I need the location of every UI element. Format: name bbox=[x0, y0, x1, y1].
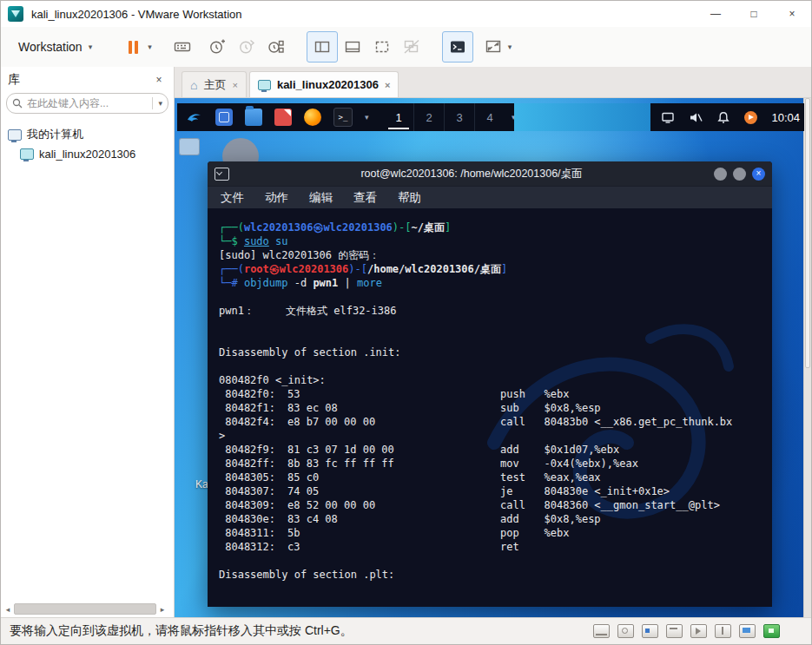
title-bar: kali_linux20201306 - VMware Workstation … bbox=[1, 1, 811, 28]
vm-name-label: kali_linux20201306 bbox=[39, 148, 135, 161]
library-search-input[interactable]: 在此处键入内容... ▾ bbox=[6, 93, 168, 114]
disasm-addr: 80482f9: bbox=[219, 443, 287, 457]
disasm-addr: 80482f0: bbox=[219, 387, 287, 401]
close-button[interactable]: × bbox=[773, 1, 811, 27]
terminal-icon bbox=[215, 168, 229, 181]
suspend-caret[interactable]: ▾ bbox=[148, 43, 152, 51]
terminal-close-button[interactable]: × bbox=[752, 168, 765, 181]
unity-mode-button[interactable] bbox=[397, 32, 426, 62]
fullscreen-caret[interactable]: ▾ bbox=[508, 43, 512, 51]
open-terminal-button[interactable] bbox=[442, 31, 473, 63]
minimize-button[interactable]: — bbox=[696, 1, 735, 27]
disasm-addr: 8048311: bbox=[219, 526, 287, 540]
terminal-app-icon[interactable]: >_ bbox=[333, 108, 353, 127]
desktop-icon[interactable] bbox=[179, 138, 200, 155]
disasm-addr: 80482f4: bbox=[219, 415, 287, 429]
monitor-icon[interactable] bbox=[661, 111, 675, 124]
library-horizontal-scrollbar[interactable]: ◂ ▸ bbox=[3, 603, 167, 615]
maximize-button[interactable]: □ bbox=[735, 1, 773, 27]
search-icon bbox=[12, 98, 23, 109]
terminal-content[interactable]: ┌──(wlc20201306㉿wlc20201306)-[~/桌面] └─$ … bbox=[208, 208, 772, 607]
menu-help[interactable]: 帮助 bbox=[398, 190, 421, 206]
command-text: objdump bbox=[244, 277, 288, 289]
volume-muted-icon[interactable] bbox=[689, 111, 703, 124]
library-panel-toggle[interactable] bbox=[307, 31, 338, 63]
update-indicator-icon[interactable] bbox=[744, 111, 757, 124]
vm-display[interactable]: Ka >_ ▾ 1 2 3 4 ▾ bbox=[175, 98, 804, 617]
terminal-title: root@wlc20201306: /home/wlc20201306/桌面 bbox=[236, 167, 707, 181]
terminal-dropdown-caret[interactable]: ▾ bbox=[365, 114, 369, 122]
command-text: sudo bbox=[244, 235, 269, 247]
library-close-button[interactable]: × bbox=[151, 74, 167, 86]
disasm-bytes: 81 c3 07 1d 00 00 bbox=[287, 443, 500, 457]
terminal-maximize-button[interactable] bbox=[733, 168, 746, 181]
tab-vm[interactable]: kali_linux20201306 × bbox=[249, 71, 399, 97]
disasm-bytes: 53 bbox=[287, 387, 500, 401]
display-icon[interactable] bbox=[739, 624, 756, 638]
workspace-1[interactable]: 1 bbox=[384, 103, 413, 131]
disasm-bytes: 83 c4 08 bbox=[287, 512, 500, 526]
printer-icon[interactable] bbox=[666, 624, 683, 638]
file-manager-icon[interactable] bbox=[245, 109, 262, 126]
blank-line bbox=[219, 332, 765, 346]
notifications-icon[interactable] bbox=[716, 111, 730, 124]
fullscreen-button[interactable] bbox=[479, 32, 508, 62]
disasm-asm: call 8048360 <__gmon_start__@plt> bbox=[500, 498, 720, 512]
prompt-user: root㉿wlc20201306 bbox=[244, 263, 348, 275]
vmware-app-icon bbox=[8, 6, 23, 22]
workspace-4[interactable]: 4 bbox=[474, 103, 505, 131]
snapshot-manager-button[interactable] bbox=[261, 32, 291, 62]
panel-highlight bbox=[514, 103, 650, 131]
disasm-asm: test %eax,%eax bbox=[500, 471, 601, 484]
kali-panel: >_ ▾ 1 2 3 4 ▾ 10:04 bbox=[177, 103, 804, 131]
network-adapter-icon[interactable] bbox=[642, 624, 658, 638]
cdrom-icon[interactable] bbox=[617, 624, 634, 638]
disasm-line: 8048312:c3ret bbox=[219, 540, 765, 554]
terminal-window-controls: × bbox=[714, 168, 765, 181]
text-editor-icon[interactable] bbox=[274, 109, 292, 126]
firefox-icon[interactable] bbox=[304, 109, 321, 126]
ctrl-alt-del-button[interactable] bbox=[168, 32, 197, 62]
take-snapshot-button[interactable] bbox=[202, 32, 232, 62]
settings-app-icon[interactable] bbox=[215, 109, 233, 126]
menu-file[interactable]: 文件 bbox=[221, 190, 244, 206]
hard-disk-icon[interactable] bbox=[593, 624, 610, 638]
split-panel-icon bbox=[313, 37, 332, 56]
search-options-button[interactable]: ▾ bbox=[152, 97, 162, 109]
workspace-3[interactable]: 3 bbox=[444, 103, 474, 131]
scrollbar-thumb[interactable] bbox=[805, 98, 810, 368]
suspend-button[interactable] bbox=[118, 32, 148, 62]
revert-snapshot-button[interactable] bbox=[232, 32, 261, 62]
menu-actions[interactable]: 动作 bbox=[265, 190, 288, 206]
clock[interactable]: 10:04 bbox=[771, 111, 800, 124]
workspace-2[interactable]: 2 bbox=[413, 103, 444, 131]
terminal-minimize-button[interactable] bbox=[714, 168, 727, 181]
workstation-menu-button[interactable]: Workstation ▾ bbox=[8, 33, 102, 61]
blank-line bbox=[219, 554, 765, 568]
snapshot-revert-icon bbox=[237, 37, 256, 56]
disasm-line: 80482f0:53push %ebx bbox=[219, 387, 765, 401]
tab-home[interactable]: ⌂ 主页 × bbox=[182, 71, 247, 97]
tab-vm-close[interactable]: × bbox=[385, 80, 390, 90]
tab-home-close[interactable]: × bbox=[232, 80, 237, 90]
fit-guest-button[interactable] bbox=[367, 32, 397, 62]
kali-panel-left: >_ ▾ bbox=[186, 103, 369, 131]
disasm-bytes: 85 c0 bbox=[287, 471, 500, 484]
terminal-titlebar[interactable]: root@wlc20201306: /home/wlc20201306/桌面 × bbox=[208, 161, 772, 186]
thumbnail-bar-toggle[interactable] bbox=[338, 32, 367, 62]
menu-edit[interactable]: 编辑 bbox=[309, 190, 333, 206]
sidebar-item-vm[interactable]: kali_linux20201306 bbox=[1, 145, 174, 163]
menu-view[interactable]: 查看 bbox=[353, 190, 377, 206]
scrollbar-thumb[interactable] bbox=[14, 603, 156, 615]
sidebar-item-my-computer[interactable]: 我的计算机 bbox=[1, 124, 174, 145]
usb-icon[interactable] bbox=[715, 624, 731, 638]
scroll-left-arrow[interactable]: ◂ bbox=[3, 605, 12, 614]
disasm-bytes: 83 ec 08 bbox=[287, 401, 500, 415]
kali-menu-icon[interactable] bbox=[186, 109, 203, 126]
vmware-tools-icon[interactable] bbox=[763, 624, 780, 638]
disasm-bytes: e8 b7 00 00 00 bbox=[287, 415, 500, 429]
vm-vertical-scrollbar[interactable] bbox=[803, 98, 811, 617]
disasm-bytes: c3 bbox=[287, 540, 500, 554]
sound-icon[interactable] bbox=[690, 624, 707, 638]
scroll-right-arrow[interactable]: ▸ bbox=[158, 605, 167, 614]
